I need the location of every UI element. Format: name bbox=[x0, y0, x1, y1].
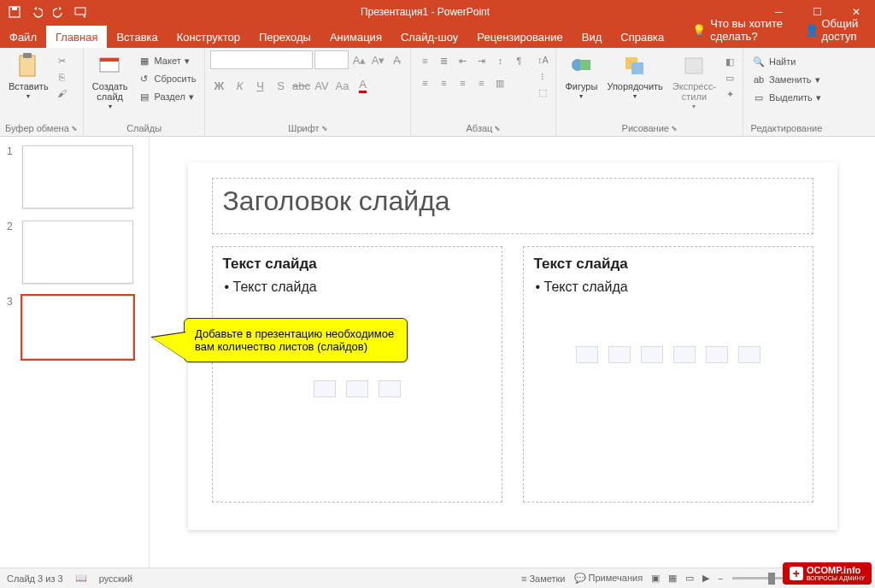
align-center-button[interactable]: ≡ bbox=[435, 74, 452, 91]
align-left-button[interactable]: ≡ bbox=[416, 74, 433, 91]
save-icon[interactable] bbox=[5, 3, 24, 21]
numbering-button[interactable]: ≣ bbox=[435, 52, 452, 69]
insert-table-icon[interactable] bbox=[314, 380, 336, 397]
paste-button[interactable]: Вставить ▾ bbox=[5, 50, 52, 103]
start-from-beginning-icon[interactable] bbox=[72, 3, 91, 21]
select-button[interactable]: ▭Выделить ▾ bbox=[749, 89, 825, 106]
reset-button[interactable]: ↺Сбросить bbox=[134, 70, 200, 87]
format-painter-icon[interactable]: 🖌 bbox=[55, 85, 70, 101]
shapes-button[interactable]: Фигуры▾ bbox=[561, 50, 601, 103]
char-spacing-button[interactable]: AV bbox=[313, 77, 330, 94]
tab-slideshow[interactable]: Слайд-шоу bbox=[391, 26, 467, 48]
underline-button[interactable]: Ч bbox=[251, 77, 268, 94]
tell-me-search[interactable]: 💡 Что вы хотите сделать? bbox=[684, 12, 796, 48]
undo-icon[interactable] bbox=[27, 3, 46, 21]
insert-table-icon[interactable] bbox=[576, 346, 598, 363]
tab-animations[interactable]: Анимация bbox=[320, 26, 391, 48]
justify-button[interactable]: ≡ bbox=[473, 74, 490, 91]
shape-effects-icon[interactable]: ✦ bbox=[722, 86, 737, 102]
text-direction-button[interactable]: ¶ bbox=[510, 52, 527, 69]
replace-icon: ab bbox=[752, 73, 766, 86]
content-placeholder-left[interactable]: Текст слайда • Текст слайда bbox=[212, 246, 502, 503]
italic-button[interactable]: К bbox=[231, 77, 248, 94]
tab-review[interactable]: Рецензирование bbox=[467, 26, 572, 48]
arrange-button[interactable]: Упорядочить▾ bbox=[603, 50, 666, 103]
clipboard-dialog-launcher[interactable]: ⬊ bbox=[71, 124, 78, 132]
font-size-select[interactable] bbox=[314, 50, 349, 69]
zoom-out-button[interactable]: − bbox=[718, 573, 723, 584]
text-direction-icon[interactable]: ↕A bbox=[535, 52, 550, 68]
svg-rect-6 bbox=[100, 58, 119, 62]
line-spacing-button[interactable]: ↕ bbox=[491, 52, 508, 69]
font-dialog-launcher[interactable]: ⬊ bbox=[321, 124, 328, 132]
new-slide-button[interactable]: Создать слайд ▾ bbox=[89, 50, 132, 113]
svg-rect-11 bbox=[685, 58, 702, 74]
tab-transitions[interactable]: Переходы bbox=[250, 26, 320, 48]
tab-file[interactable]: Файл bbox=[0, 26, 46, 48]
spell-check-icon[interactable]: 📖 bbox=[75, 573, 87, 584]
content-placeholder-right[interactable]: Текст слайда • Текст слайда bbox=[523, 246, 813, 503]
normal-view-button[interactable]: ▣ bbox=[651, 573, 660, 584]
find-button[interactable]: 🔍Найти bbox=[749, 53, 825, 70]
language-indicator[interactable]: русский bbox=[99, 573, 132, 584]
group-drawing: Фигуры▾ Упорядочить▾ Экспресс- стили▾ ◧ … bbox=[556, 48, 743, 136]
thumbnail-2[interactable]: 2 bbox=[7, 220, 142, 284]
insert-smartart-icon[interactable] bbox=[641, 346, 663, 363]
notes-button[interactable]: ≡ Заметки bbox=[521, 573, 566, 584]
slide-counter[interactable]: Слайд 3 из 3 bbox=[7, 573, 63, 584]
font-family-select[interactable] bbox=[210, 50, 313, 69]
insert-chart-icon[interactable] bbox=[608, 346, 631, 363]
insert-picture-icon[interactable] bbox=[673, 346, 696, 363]
annotation-callout: Добавьте в презентацию необходимое вам к… bbox=[184, 318, 408, 362]
tab-design[interactable]: Конструктор bbox=[167, 26, 250, 48]
columns-button[interactable]: ▥ bbox=[491, 74, 508, 91]
insert-video-icon[interactable] bbox=[738, 346, 760, 363]
reading-view-button[interactable]: ▭ bbox=[685, 573, 694, 584]
svg-rect-2 bbox=[75, 8, 85, 15]
insert-smartart-icon[interactable] bbox=[379, 380, 401, 397]
align-text-icon[interactable]: ⫶ bbox=[535, 68, 550, 84]
comments-button[interactable]: 💬 Примечания bbox=[574, 573, 643, 584]
bold-button[interactable]: Ж bbox=[210, 77, 227, 94]
change-case-button[interactable]: Aa bbox=[333, 77, 350, 94]
layout-button[interactable]: ▦Макет ▾ bbox=[134, 52, 200, 69]
replace-button[interactable]: abЗаменить ▾ bbox=[749, 71, 825, 88]
arrange-icon bbox=[621, 52, 649, 79]
tab-home[interactable]: Главная bbox=[46, 26, 107, 48]
redo-icon[interactable] bbox=[50, 3, 68, 21]
quick-styles-button[interactable]: Экспресс- стили▾ bbox=[669, 50, 719, 113]
title-placeholder[interactable]: Заголовок слайда bbox=[212, 178, 813, 234]
smartart-icon[interactable]: ⬚ bbox=[535, 85, 550, 100]
increase-indent-button[interactable]: ⇥ bbox=[473, 52, 490, 69]
thumbnail-1[interactable]: 1 bbox=[7, 145, 142, 209]
reset-icon: ↺ bbox=[138, 72, 151, 85]
slideshow-view-button[interactable]: ▶ bbox=[702, 573, 709, 584]
sorter-view-button[interactable]: ▦ bbox=[668, 573, 677, 584]
shape-outline-icon[interactable]: ▭ bbox=[722, 70, 737, 85]
copy-icon[interactable]: ⎘ bbox=[55, 69, 70, 85]
font-color-button[interactable]: A bbox=[354, 77, 371, 94]
section-icon: ▤ bbox=[138, 90, 151, 103]
tab-help[interactable]: Справка bbox=[611, 26, 673, 48]
shape-fill-icon[interactable]: ◧ bbox=[722, 54, 737, 69]
section-button[interactable]: ▤Раздел ▾ bbox=[134, 88, 200, 105]
strikethrough-button[interactable]: abc bbox=[292, 77, 309, 94]
slide-thumbnails-panel: 1 2 3 bbox=[0, 137, 150, 567]
increase-font-icon[interactable]: A▴ bbox=[350, 51, 367, 68]
status-bar: Слайд 3 из 3 📖 русский ≡ Заметки 💬 Приме… bbox=[0, 567, 875, 588]
insert-online-picture-icon[interactable] bbox=[706, 346, 728, 363]
align-right-button[interactable]: ≡ bbox=[454, 74, 471, 91]
insert-chart-icon[interactable] bbox=[346, 380, 368, 397]
decrease-font-icon[interactable]: A▾ bbox=[369, 51, 386, 68]
drawing-dialog-launcher[interactable]: ⬊ bbox=[671, 124, 678, 132]
shadow-button[interactable]: S bbox=[272, 77, 289, 94]
tab-view[interactable]: Вид bbox=[573, 26, 612, 48]
paragraph-dialog-launcher[interactable]: ⬊ bbox=[494, 124, 501, 132]
share-button[interactable]: 👤 Общий доступ bbox=[796, 12, 876, 48]
cut-icon[interactable]: ✂ bbox=[55, 53, 70, 68]
thumbnail-3[interactable]: 3 bbox=[7, 296, 142, 359]
bullets-button[interactable]: ≡ bbox=[416, 52, 433, 69]
decrease-indent-button[interactable]: ⇤ bbox=[454, 52, 471, 69]
tab-insert[interactable]: Вставка bbox=[107, 26, 167, 48]
clear-formatting-icon[interactable]: A̶ bbox=[388, 51, 405, 68]
